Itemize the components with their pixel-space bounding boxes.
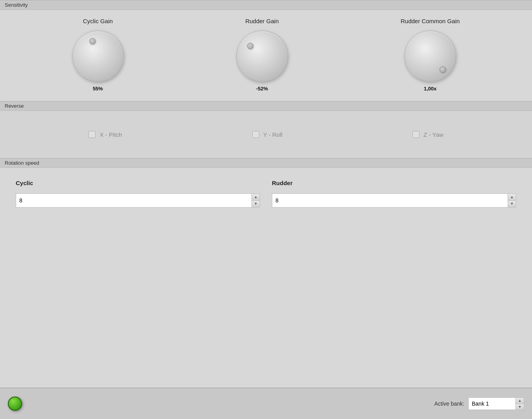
z-yaw-checkbox[interactable] [412,131,419,138]
rudder-spinbox: ▲ ▼ [272,193,516,208]
cyclic-gain-label: Cyclic Gain [83,18,113,24]
reverse-header: Reverse [0,101,532,111]
rudder-increment-button[interactable]: ▲ [508,194,516,200]
rudder-gain-knob-dot [247,43,253,49]
rudder-common-gain-knob-dot [440,66,446,73]
y-roll-group: Y - Roll [252,131,283,138]
cyclic-spinbox: ▲ ▼ [16,193,260,208]
bank-select-input[interactable] [468,397,515,410]
rudder-rotation-col: Rudder ▲ ▼ [272,180,516,208]
rudder-common-gain-group: Rudder Common Gain 1,00x [401,18,460,92]
reverse-section: X - Pitch Y - Roll Z - Yaw [0,111,532,158]
rotation-speed-header-text: Rotation speed [5,160,39,166]
y-roll-checkbox[interactable] [252,131,259,138]
reverse-header-text: Reverse [5,103,24,109]
rudder-rotation-label: Rudder [272,180,516,186]
rudder-gain-knob[interactable] [236,31,288,82]
z-yaw-label: Z - Yaw [423,131,443,138]
cyclic-spinbox-buttons: ▲ ▼ [251,193,260,208]
bank-select: ▲ ▼ [468,397,524,410]
cyclic-gain-group: Cyclic Gain 55% [72,18,124,92]
x-pitch-checkbox[interactable] [89,131,96,138]
sensitivity-section: Cyclic Gain 55% Rudder Gain -52% Rudder … [0,10,532,101]
bottom-bar: Active bank: ▲ ▼ [0,388,532,419]
y-roll-label: Y - Roll [263,131,283,138]
x-pitch-label: X - Pitch [100,131,122,138]
cyclic-increment-button[interactable]: ▲ [252,194,260,200]
rudder-gain-group: Rudder Gain -52% [236,18,288,92]
rudder-common-gain-knob[interactable] [405,31,456,82]
active-bank-group: Active bank: ▲ ▼ [434,397,524,410]
cyclic-decrement-button[interactable]: ▼ [252,200,260,208]
rudder-decrement-button[interactable]: ▼ [508,200,516,208]
main-container: Sensitivity Cyclic Gain 55% Rudder Gain … [0,0,532,419]
rudder-gain-label: Rudder Gain [245,18,279,24]
rotation-speed-section: Cyclic ▲ ▼ Rudder ▲ ▼ [0,168,532,388]
active-bank-label: Active bank: [434,401,464,407]
bank-decrement-button[interactable]: ▼ [516,404,524,410]
cyclic-gain-value: 55% [93,86,103,92]
cyclic-rotation-label: Cyclic [16,180,260,186]
rudder-spinbox-buttons: ▲ ▼ [508,193,516,208]
status-indicator [8,397,22,411]
rudder-common-gain-label: Rudder Common Gain [401,18,460,24]
rudder-spinbox-input[interactable] [272,193,508,208]
rotation-columns: Cyclic ▲ ▼ Rudder ▲ ▼ [16,180,516,208]
cyclic-gain-knob-dot [89,38,96,44]
sensitivity-header-text: Sensitivity [5,2,28,8]
cyclic-gain-knob[interactable] [72,31,124,82]
cyclic-rotation-col: Cyclic ▲ ▼ [16,180,260,208]
rudder-common-gain-value: 1,00x [424,86,437,92]
sensitivity-header: Sensitivity [0,0,532,10]
bank-increment-button[interactable]: ▲ [516,398,524,404]
cyclic-spinbox-input[interactable] [16,193,251,208]
z-yaw-group: Z - Yaw [412,131,443,138]
rudder-gain-value: -52% [256,86,268,92]
bank-select-buttons: ▲ ▼ [515,397,524,410]
rotation-speed-header: Rotation speed [0,158,532,168]
x-pitch-group: X - Pitch [89,131,122,138]
